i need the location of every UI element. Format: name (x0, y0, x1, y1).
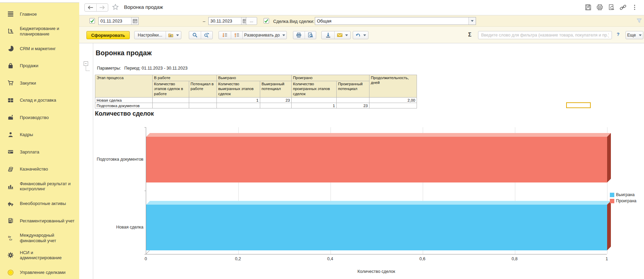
sidebar-item-label: Управление сделками (20, 270, 66, 275)
stage-cell[interactable]: Подготовка документов (95, 103, 153, 108)
sidebar-item-intl[interactable]: DrCrМеждународный финансовый учет (0, 230, 79, 247)
forward-button[interactable] (96, 4, 108, 11)
assets-icon (8, 201, 14, 207)
help-button[interactable]: ? (617, 32, 619, 37)
table-row[interactable]: Новая сделка1232,00 (95, 98, 417, 103)
value-cell[interactable]: 1 (217, 98, 260, 103)
sidebar-item-deals[interactable]: Управление сделками (0, 264, 79, 279)
col-group-header: Выиграно (217, 75, 292, 81)
legend-label: Выиграна (616, 192, 634, 197)
save-file-button[interactable] (322, 31, 334, 39)
value-cell[interactable] (153, 103, 189, 108)
bar-top-face (146, 201, 611, 205)
print-preview-button[interactable] (305, 31, 316, 39)
sidebar-item-production[interactable]: Производство (0, 109, 79, 126)
value-cell[interactable]: 1 (292, 103, 337, 108)
deals-icon (8, 269, 14, 276)
sidebar-item-hr[interactable]: Кадры (0, 126, 79, 144)
chevron-down-icon[interactable] (468, 17, 476, 25)
expand-to-button[interactable]: Разворачивать до (242, 31, 286, 39)
value-cell[interactable]: 23 (260, 98, 292, 103)
filter-funnel-icon[interactable] (636, 18, 642, 24)
value-cell[interactable] (260, 103, 292, 108)
favorite-star-icon[interactable] (112, 4, 119, 11)
legend-item: Выиграна (610, 192, 636, 197)
sidebar-item-menu[interactable]: Главное (0, 5, 79, 23)
link-icon[interactable] (620, 4, 626, 11)
purchases-icon (8, 80, 14, 86)
value-cell[interactable] (153, 98, 189, 103)
budget-icon (8, 28, 14, 34)
bar-top-face (146, 133, 611, 137)
sidebar-item-warehouse[interactable]: Склад и доставка (0, 92, 79, 109)
quick-filter-input[interactable] (478, 31, 612, 39)
save-icon[interactable] (585, 4, 591, 11)
y-tick-mark (144, 254, 146, 254)
sum-sigma-icon[interactable]: Σ (468, 32, 472, 38)
x-tick-label: 0,6 (413, 256, 432, 261)
sidebar-item-crm[interactable]: CRM и маркетинг (0, 40, 79, 57)
generate-button[interactable]: Сформировать (86, 31, 130, 39)
period-from-input[interactable] (99, 18, 131, 24)
sidebar-item-admin[interactable]: НСИ и администрирование (0, 247, 79, 264)
treasury-icon (8, 166, 14, 172)
period-checkbox[interactable] (89, 18, 95, 24)
undo-button[interactable] (353, 31, 368, 39)
report-variants-button[interactable] (166, 31, 181, 39)
deal-kind-input[interactable] (315, 18, 468, 24)
value-cell[interactable]: 23 (337, 103, 369, 108)
sidebar-item-purchases[interactable]: Закупки (0, 74, 79, 92)
more-actions-button[interactable]: Еще (626, 31, 643, 39)
value-cell[interactable] (337, 98, 369, 103)
chart-bar-2[interactable] (146, 205, 607, 250)
find-next-button[interactable] (201, 31, 212, 39)
period-from-field (98, 17, 139, 25)
chart-bar-1[interactable] (146, 137, 607, 182)
table-row[interactable]: Подготовка документов123 (95, 103, 417, 108)
stage-cell[interactable]: Новая сделка (95, 98, 153, 103)
send-email-button[interactable] (334, 31, 350, 39)
sidebar-item-label: Регламентированный учет (20, 218, 74, 223)
sidebar-item-label: Закупки (20, 80, 36, 86)
print-button[interactable] (293, 31, 305, 39)
bar-front-face (146, 205, 607, 250)
collapse-rows-button[interactable] (219, 31, 231, 39)
value-cell[interactable] (189, 98, 217, 103)
value-cell[interactable] (369, 103, 417, 108)
value-cell[interactable] (189, 103, 217, 108)
back-button[interactable] (85, 4, 96, 11)
sidebar-item-salary[interactable]: Зарплата (0, 143, 79, 161)
chart-legend: ВыигранаПроиграна (610, 192, 636, 205)
report-variant-icon (168, 32, 173, 38)
period-to-input[interactable] (209, 18, 241, 24)
preview-icon[interactable] (608, 4, 615, 11)
more-menu-icon[interactable] (631, 4, 638, 11)
sidebar-item-finresult[interactable]: Финансовый результат и контроллинг (0, 178, 79, 195)
sidebar-item-label: Зарплата (20, 149, 39, 155)
settings-button[interactable]: Настройки... (135, 31, 166, 39)
value-cell[interactable] (292, 98, 337, 103)
legend-label: Проиграна (616, 199, 636, 203)
sidebar-item-sales[interactable]: Продажи (0, 57, 79, 75)
period-variant-button[interactable]: ... (246, 17, 257, 25)
expand-rows-button[interactable] (231, 31, 243, 39)
sidebar-item-label: Внеоборотные активы (20, 201, 66, 206)
top-bar: Воронка продаж (79, 0, 644, 15)
print-icon[interactable] (597, 4, 603, 11)
x-axis-title: Количество сделок (146, 269, 607, 274)
group-collapse-button[interactable]: − (84, 61, 88, 66)
sidebar-item-assets[interactable]: Внеоборотные активы (0, 195, 79, 212)
sidebar-item-treasury[interactable]: Казначейство (0, 161, 79, 178)
selected-cell[interactable] (566, 102, 591, 108)
legend-item: Проиграна (610, 199, 636, 203)
sidebar-item-label: Бюджетирование и планирование (20, 26, 75, 36)
deal-kind-checkbox[interactable] (264, 18, 269, 24)
find-button[interactable] (189, 31, 201, 39)
sidebar-item-regulated[interactable]: Регламентированный учет (0, 212, 79, 230)
value-cell[interactable] (217, 103, 260, 108)
group-bracket (86, 71, 90, 71)
calendar-icon[interactable] (131, 17, 138, 25)
value-cell[interactable]: 2,00 (369, 98, 417, 103)
sidebar-item-budget[interactable]: Бюджетирование и планирование (0, 23, 79, 40)
col-sub-header: Проигранный потенциал (337, 81, 369, 98)
